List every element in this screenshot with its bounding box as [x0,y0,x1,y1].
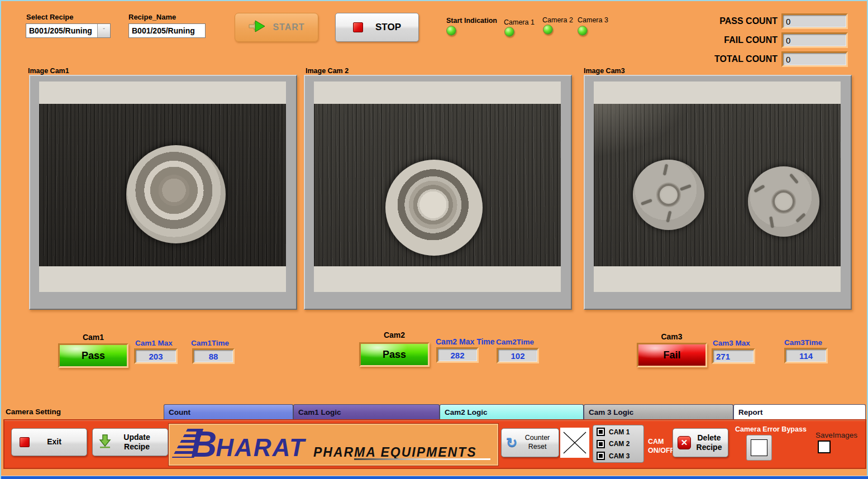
tab-cam1-logic[interactable]: Cam1 Logic [293,404,440,419]
main-window: Select Recipe B001/205/Runing ˇ Recipe_N… [0,0,868,479]
cam1-checkbox-box[interactable] [597,428,605,436]
tab-count[interactable]: Count [164,404,293,419]
camera2-led [543,25,553,35]
fail-count-row: FAIL COUNT 0 [697,32,848,48]
total-count-field: 0 [783,53,846,65]
camera3-led [578,26,588,36]
cam2-time-field: 102 [498,349,537,362]
cam3-result-label: Cam3 [638,332,705,341]
camera3-image-panel [584,75,852,310]
cam1-max-label: Cam1 Max [135,339,173,347]
exit-button[interactable]: Exit [11,428,87,456]
cap-left [633,160,704,230]
total-count-row: TOTAL COUNT 0 [697,51,848,67]
counter-group: PASS COUNT 0 FAIL COUNT 0 TOTAL COUNT 0 [697,13,848,70]
cam2-checkbox[interactable]: CAM 2 [597,440,640,448]
update-recipe-label: Update Recipe [112,433,162,452]
select-recipe-label: Select Recipe [26,13,74,21]
cam1-checkbox-label: CAM 1 [609,428,629,436]
update-recipe-button[interactable]: Update Recipe [92,428,168,456]
cam2-max-label: Cam2 Max Time [436,337,495,346]
download-icon [98,434,112,451]
brand-name: HARAT [216,437,306,459]
cam1-time-field: 88 [194,350,233,362]
saveimages-checkbox[interactable] [818,440,831,453]
cam3-checkbox-box[interactable] [597,452,605,460]
select-recipe-dropdown[interactable]: B001/205/Runing ˇ [26,23,111,38]
stop-button[interactable]: STOP [335,13,419,42]
stopper-cam1 [126,145,226,243]
total-count-label: TOTAL COUNT [697,54,778,64]
tab-camera-setting[interactable]: Camera Setting [1,404,164,419]
camera-error-bypass-label: Camera Error Bypass [735,425,807,433]
cam3-checkbox[interactable]: CAM 3 [597,452,640,460]
camera3-image-display [594,104,841,266]
play-icon [248,20,266,35]
cam1-result-indicator: Pass [60,345,127,366]
camera2-image-panel [304,75,572,310]
select-recipe-value: B001/205/Runing [26,24,97,37]
image-cam2-label: Image Cam 2 [306,67,349,75]
cam2-result-indicator: Pass [361,344,428,365]
pass-count-label: PASS COUNT [697,16,778,26]
start-button-label: START [273,22,304,32]
cam3-max-field: 271 [713,350,753,362]
delete-icon: ✕ [678,436,691,449]
start-indication-label: Start Indication [446,17,497,25]
camera1-label: Camera 1 [504,18,535,26]
brand-tagline: PHARMA EQUIPMENTS [313,446,477,459]
counter-reset-button[interactable]: ↻ Counter Reset [501,428,559,457]
camera1-led [504,27,514,37]
cam2-checkbox-box[interactable] [597,440,605,448]
image-cam1-label: Image Cam1 [28,67,69,75]
cam1-max-field: 203 [136,350,176,362]
delete-recipe-label: Delete Recipe [695,433,723,453]
cam2-time-label: Cam2Time [496,338,534,346]
tab-cam2-logic[interactable]: Cam2 Logic [440,404,584,419]
camera1-image-display [39,104,286,266]
recipe-name-input[interactable] [128,23,206,38]
saveimages-label: SaveImages [815,431,857,439]
fail-count-label: FAIL COUNT [697,35,778,45]
tab-cam3-logic[interactable]: Cam 3 Logic [584,404,733,419]
stop-icon [353,22,363,32]
stop-button-label: STOP [375,22,401,33]
cam3-result-indicator: Fail [638,344,705,366]
bottom-bar: Exit Update Recipe B HARAT PHARMA EQUIPM… [3,419,866,469]
delete-recipe-button[interactable]: ✕ Delete Recipe [673,428,728,457]
tab-strip: Camera Setting Count Cam1 Logic Cam2 Log… [1,404,868,419]
cam2-checkbox-label: CAM 2 [609,440,629,448]
cam3-max-label: Cam3 Max [713,339,750,347]
x-placeholder [560,428,589,458]
cam3-time-label: Cam3Time [784,338,822,347]
cam-onoff-panel: CAM 1 CAM 2 CAM 3 [593,425,644,463]
cam2-result-label: Cam2 [361,330,428,339]
bharat-logo: B HARAT PHARMA EQUIPMENTS [169,424,498,466]
exit-icon [20,437,30,447]
camera2-image-display [314,104,561,266]
cam2-max-field: 282 [438,349,477,361]
refresh-icon: ↻ [506,436,517,449]
start-button[interactable]: START [235,13,318,42]
cam1-time-label: Cam1Time [191,339,229,347]
tab-report[interactable]: Report [733,404,866,419]
fail-count-field: 0 [783,34,846,46]
recipe-name-label: Recipe_Name [128,13,176,21]
camera-error-bypass-checkbox[interactable] [746,435,772,461]
counter-reset-label: Counter Reset [521,434,554,451]
cam3-time-field: 114 [786,349,826,362]
camera1-image-panel [29,75,297,310]
cam1-result-label: Cam1 [60,333,127,342]
stopper-cam2 [385,160,483,256]
exit-button-label: Exit [30,437,79,447]
chevron-down-icon[interactable]: ˇ [97,24,110,37]
cam1-checkbox[interactable]: CAM 1 [597,428,640,436]
cam3-checkbox-label: CAM 3 [609,452,629,460]
pass-count-row: PASS COUNT 0 [697,13,848,29]
camera2-label: Camera 2 [542,16,573,24]
cap-right [748,166,819,237]
start-indication-led [446,26,456,36]
logo-underline [354,458,490,460]
window-bottom-edge [1,476,868,479]
camera3-label: Camera 3 [578,16,608,24]
